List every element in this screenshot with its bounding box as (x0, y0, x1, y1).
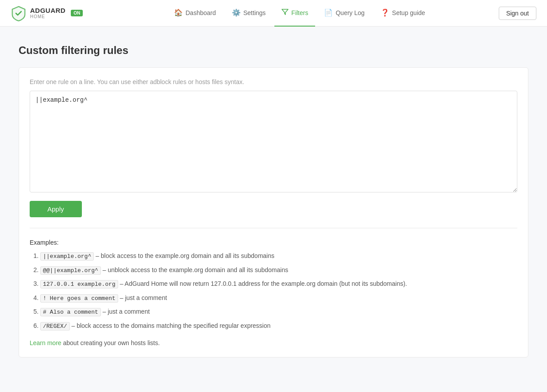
main-nav: 🏠 Dashboard ⚙️ Settings Filters 📄 Query … (100, 0, 498, 27)
nav-item-filters[interactable]: Filters (274, 0, 315, 27)
nav-item-querylog[interactable]: 📄 Query Log (317, 0, 371, 27)
svg-marker-0 (282, 9, 288, 15)
learn-more-link[interactable]: Learn more (30, 339, 62, 346)
nav-label-setupguide: Setup guide (392, 9, 425, 16)
querylog-icon: 📄 (324, 8, 333, 17)
filters-icon (281, 8, 289, 17)
apply-button[interactable]: Apply (30, 201, 82, 217)
list-item: 127.0.0.1 example.org – AdGuard Home wil… (40, 279, 517, 289)
examples-title: Examples: (30, 239, 517, 246)
nav-label-settings: Settings (243, 9, 266, 16)
example-code-6: /REGEX/ (40, 322, 70, 331)
example-desc-2: – unblock access to the example.org doma… (103, 266, 288, 273)
custom-rules-card: Enter one rule on a line. You can use ei… (19, 67, 528, 357)
example-desc-6: – block access to the domains matching t… (72, 322, 271, 329)
list-item: @@||example.org^ – unblock access to the… (40, 265, 517, 275)
logo-area: ADGUARD HOME ON (11, 5, 83, 21)
list-item: ||example.org^ – block access to the exa… (40, 251, 517, 261)
nav-item-dashboard[interactable]: 🏠 Dashboard (167, 0, 223, 27)
examples-list: ||example.org^ – block access to the exa… (30, 251, 517, 331)
sign-out-button[interactable]: Sign out (499, 7, 536, 20)
logo-shield-icon (11, 5, 27, 21)
example-code-5: # Also a comment (40, 308, 101, 316)
header: ADGUARD HOME ON 🏠 Dashboard ⚙️ Settings … (0, 0, 547, 27)
nav-item-settings[interactable]: ⚙️ Settings (225, 0, 273, 27)
dashboard-icon: 🏠 (174, 8, 183, 17)
example-code-4: ! Here goes a comment (40, 294, 118, 303)
page-title: Custom filtering rules (19, 44, 528, 57)
example-desc-5: – just a comment (103, 308, 150, 315)
example-code-1: ||example.org^ (40, 252, 94, 261)
logo-sub: HOME (30, 14, 65, 19)
logo-brand: ADGUARD (30, 7, 65, 15)
setupguide-icon: ❓ (381, 8, 389, 17)
example-desc-4: – just a comment (120, 294, 167, 301)
examples-section: Examples: ||example.org^ – block access … (30, 239, 517, 346)
example-desc-1: – block access to the example.org domain… (96, 252, 274, 259)
hint-text: Enter one rule on a line. You can use ei… (30, 78, 517, 85)
learn-more-suffix: about creating your own hosts lists. (62, 339, 160, 346)
on-badge: ON (71, 10, 83, 16)
learn-more-container: Learn more about creating your own hosts… (30, 339, 517, 346)
divider (30, 228, 517, 228)
list-item: # Also a comment – just a comment (40, 307, 517, 317)
logo-text: ADGUARD HOME (30, 7, 65, 19)
list-item: /REGEX/ – block access to the domains ma… (40, 321, 517, 331)
example-desc-3: – AdGuard Home will now return 127.0.0.1… (120, 280, 407, 287)
list-item: ! Here goes a comment – just a comment (40, 293, 517, 303)
nav-item-setupguide[interactable]: ❓ Setup guide (374, 0, 432, 27)
main-content: Custom filtering rules Enter one rule on… (8, 27, 539, 375)
nav-label-querylog: Query Log (335, 9, 364, 16)
rules-textarea[interactable]: ||example.org^ (30, 91, 517, 192)
nav-label-filters: Filters (291, 9, 308, 16)
example-code-3: 127.0.0.1 example.org (40, 280, 118, 288)
settings-icon: ⚙️ (232, 8, 241, 17)
nav-label-dashboard: Dashboard (185, 9, 216, 16)
example-code-2: @@||example.org^ (40, 266, 101, 275)
